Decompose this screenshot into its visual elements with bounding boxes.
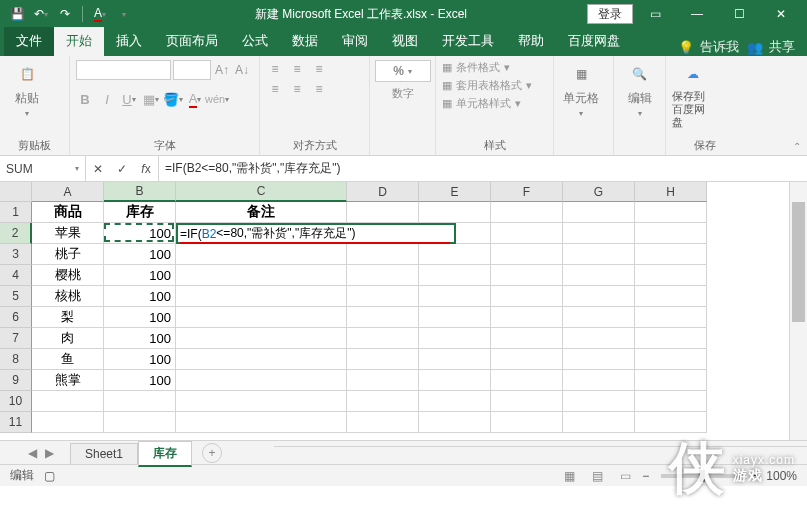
- row-4[interactable]: 4: [0, 265, 32, 286]
- zoom-in-icon[interactable]: +: [753, 469, 760, 483]
- sheet-tab-stock[interactable]: 库存: [138, 441, 192, 467]
- increase-font-icon[interactable]: A↑: [213, 61, 231, 79]
- formula-input[interactable]: =IF(B2<=80,"需补货","库存充足"): [159, 160, 807, 177]
- close-icon[interactable]: ✕: [761, 0, 801, 28]
- zoom-level[interactable]: 100%: [766, 469, 797, 483]
- cell-B4[interactable]: 100: [104, 265, 176, 286]
- border-button[interactable]: ▦▾: [142, 90, 160, 108]
- row-6[interactable]: 6: [0, 307, 32, 328]
- qat-customize-icon[interactable]: ▾: [113, 3, 135, 25]
- accept-formula-icon[interactable]: ✓: [110, 156, 134, 181]
- macro-record-icon[interactable]: ▢: [44, 469, 55, 483]
- column-headers[interactable]: A B C D E F G H: [32, 182, 707, 202]
- cell-B8[interactable]: 100: [104, 349, 176, 370]
- tab-insert[interactable]: 插入: [104, 27, 154, 56]
- italic-button[interactable]: I: [98, 90, 116, 108]
- tab-developer[interactable]: 开发工具: [430, 27, 506, 56]
- tab-baidu[interactable]: 百度网盘: [556, 27, 632, 56]
- paste-button[interactable]: 📋粘贴▾: [6, 60, 48, 118]
- decrease-font-icon[interactable]: A↓: [233, 61, 251, 79]
- redo-icon[interactable]: ↷: [54, 3, 76, 25]
- row-7[interactable]: 7: [0, 328, 32, 349]
- worksheet-grid[interactable]: A B C D E F G H 1 2 3 4 5 6 7 8 9 10 11 …: [0, 182, 807, 440]
- tell-me-search[interactable]: 💡告诉我: [678, 38, 739, 56]
- cell-A4[interactable]: 樱桃: [32, 265, 104, 286]
- row-2[interactable]: 2: [0, 223, 32, 244]
- editing-button[interactable]: 🔍编辑▾: [620, 60, 659, 118]
- cell-A3[interactable]: 桃子: [32, 244, 104, 265]
- col-G[interactable]: G: [563, 182, 635, 202]
- tab-home[interactable]: 开始: [54, 27, 104, 56]
- fx-icon[interactable]: fx: [134, 156, 158, 181]
- cell-B7[interactable]: 100: [104, 328, 176, 349]
- cell-A9[interactable]: 熊掌: [32, 370, 104, 391]
- font-family-input[interactable]: [76, 60, 171, 80]
- undo-icon[interactable]: ↶▾: [30, 3, 52, 25]
- tab-view[interactable]: 视图: [380, 27, 430, 56]
- col-D[interactable]: D: [347, 182, 419, 202]
- maximize-icon[interactable]: ☐: [719, 0, 759, 28]
- underline-button[interactable]: U▾: [120, 90, 138, 108]
- cell-A2[interactable]: 苹果: [32, 223, 104, 244]
- tab-layout[interactable]: 页面布局: [154, 27, 230, 56]
- row-11[interactable]: 11: [0, 412, 32, 433]
- share-button[interactable]: 👥共享: [747, 38, 795, 56]
- cell-B6[interactable]: 100: [104, 307, 176, 328]
- cancel-formula-icon[interactable]: ✕: [86, 156, 110, 181]
- align-top-icon[interactable]: ≡: [266, 60, 284, 78]
- minimize-icon[interactable]: —: [677, 0, 717, 28]
- page-layout-view-icon[interactable]: ▤: [586, 468, 608, 484]
- cell-B3[interactable]: 100: [104, 244, 176, 265]
- select-all-corner[interactable]: [0, 182, 32, 202]
- row-5[interactable]: 5: [0, 286, 32, 307]
- fill-color-button[interactable]: 🪣▾: [164, 90, 182, 108]
- cells-button[interactable]: ▦单元格▾: [560, 60, 602, 118]
- cell-B2[interactable]: 100: [104, 223, 176, 244]
- tab-review[interactable]: 审阅: [330, 27, 380, 56]
- row-9[interactable]: 9: [0, 370, 32, 391]
- col-F[interactable]: F: [491, 182, 563, 202]
- cell-styles-button[interactable]: ▦单元格样式▾: [442, 96, 547, 111]
- sheet-tab-sheet1[interactable]: Sheet1: [70, 443, 138, 464]
- row-10[interactable]: 10: [0, 391, 32, 412]
- zoom-out-icon[interactable]: −: [642, 469, 649, 483]
- font-size-input[interactable]: [173, 60, 211, 80]
- scroll-thumb[interactable]: [792, 202, 805, 322]
- name-box[interactable]: SUM▾: [0, 156, 86, 181]
- phonetic-button[interactable]: wén▾: [208, 90, 226, 108]
- ribbon-options-icon[interactable]: ▭: [635, 0, 675, 28]
- col-E[interactable]: E: [419, 182, 491, 202]
- table-format-button[interactable]: ▦套用表格格式▾: [442, 78, 547, 93]
- add-sheet-button[interactable]: +: [202, 443, 222, 463]
- tab-data[interactable]: 数据: [280, 27, 330, 56]
- cell-B1[interactable]: 库存: [104, 202, 176, 223]
- cell-A6[interactable]: 梨: [32, 307, 104, 328]
- editing-cell-C2[interactable]: =IF(B2<=80,"需补货","库存充足"): [176, 223, 456, 244]
- login-button[interactable]: 登录: [587, 4, 633, 24]
- horizontal-scrollbar[interactable]: [274, 446, 807, 460]
- collapse-ribbon-icon[interactable]: ⌃: [793, 141, 801, 152]
- vertical-scrollbar[interactable]: [789, 182, 807, 440]
- tab-file[interactable]: 文件: [4, 27, 54, 56]
- save-baidu-button[interactable]: ☁保存到 百度网盘: [672, 60, 714, 130]
- bold-button[interactable]: B: [76, 90, 94, 108]
- row-headers[interactable]: 1 2 3 4 5 6 7 8 9 10 11: [0, 202, 32, 433]
- cell-A7[interactable]: 肉: [32, 328, 104, 349]
- row-3[interactable]: 3: [0, 244, 32, 265]
- sheet-next-icon[interactable]: ▶: [45, 446, 54, 460]
- normal-view-icon[interactable]: ▦: [558, 468, 580, 484]
- number-format-select[interactable]: %▾: [375, 60, 431, 82]
- cell-B9[interactable]: 100: [104, 370, 176, 391]
- font-color-icon[interactable]: A▾: [89, 3, 111, 25]
- conditional-format-button[interactable]: ▦条件格式▾: [442, 60, 547, 75]
- tab-formulas[interactable]: 公式: [230, 27, 280, 56]
- align-right-icon[interactable]: ≡: [310, 80, 328, 98]
- save-icon[interactable]: 💾: [6, 3, 28, 25]
- cell-B5[interactable]: 100: [104, 286, 176, 307]
- sheet-prev-icon[interactable]: ◀: [28, 446, 37, 460]
- col-A[interactable]: A: [32, 182, 104, 202]
- tab-help[interactable]: 帮助: [506, 27, 556, 56]
- align-left-icon[interactable]: ≡: [266, 80, 284, 98]
- row-1[interactable]: 1: [0, 202, 32, 223]
- cell-A8[interactable]: 鱼: [32, 349, 104, 370]
